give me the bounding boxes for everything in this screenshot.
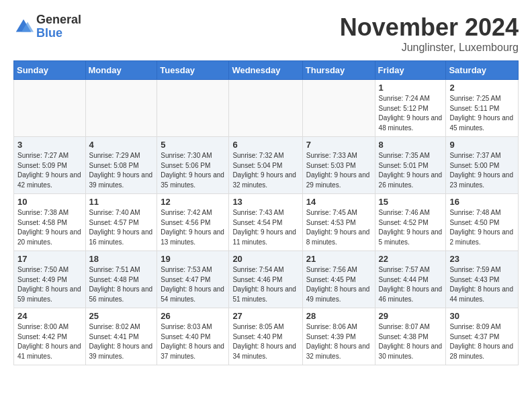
day-number: 9 [449, 140, 515, 150]
calendar-header-cell: Thursday [302, 61, 375, 80]
day-info: Sunrise: 7:43 AM Sunset: 4:54 PM Dayligh… [232, 208, 298, 247]
calendar-day-cell: 13Sunrise: 7:43 AM Sunset: 4:54 PM Dayli… [229, 194, 302, 251]
day-info: Sunrise: 8:09 AM Sunset: 4:37 PM Dayligh… [449, 322, 515, 361]
day-number: 2 [449, 83, 515, 93]
day-number: 5 [161, 140, 225, 150]
day-number: 11 [89, 197, 154, 207]
day-number: 3 [17, 140, 82, 150]
day-info: Sunrise: 7:32 AM Sunset: 5:04 PM Dayligh… [232, 151, 298, 190]
calendar-week-row: 1Sunrise: 7:24 AM Sunset: 5:12 PM Daylig… [14, 80, 519, 137]
calendar-day-cell: 5Sunrise: 7:30 AM Sunset: 5:06 PM Daylig… [157, 137, 229, 194]
calendar-day-cell [302, 80, 375, 137]
day-number: 19 [161, 254, 225, 264]
calendar-day-cell: 12Sunrise: 7:42 AM Sunset: 4:56 PM Dayli… [157, 194, 229, 251]
day-info: Sunrise: 7:38 AM Sunset: 4:58 PM Dayligh… [17, 208, 82, 247]
day-info: Sunrise: 7:51 AM Sunset: 4:48 PM Dayligh… [89, 265, 154, 304]
logo-blue: Blue [36, 27, 81, 40]
day-number: 10 [17, 197, 82, 207]
day-number: 23 [449, 254, 515, 264]
logo-general: General [36, 13, 81, 27]
calendar-header-cell: Monday [85, 61, 157, 80]
day-number: 27 [232, 311, 298, 321]
day-info: Sunrise: 7:42 AM Sunset: 4:56 PM Dayligh… [161, 208, 225, 247]
calendar-day-cell: 27Sunrise: 8:05 AM Sunset: 4:40 PM Dayli… [229, 308, 302, 365]
calendar-day-cell: 20Sunrise: 7:54 AM Sunset: 4:46 PM Dayli… [229, 251, 302, 308]
calendar-day-cell: 17Sunrise: 7:50 AM Sunset: 4:49 PM Dayli… [14, 251, 86, 308]
calendar-day-cell: 2Sunrise: 7:25 AM Sunset: 5:11 PM Daylig… [446, 80, 519, 137]
calendar-header-cell: Tuesday [157, 61, 229, 80]
day-info: Sunrise: 7:24 AM Sunset: 5:12 PM Dayligh… [379, 94, 443, 133]
day-info: Sunrise: 7:57 AM Sunset: 4:44 PM Dayligh… [379, 265, 443, 304]
day-number: 7 [306, 140, 371, 150]
calendar-day-cell: 6Sunrise: 7:32 AM Sunset: 5:04 PM Daylig… [229, 137, 302, 194]
calendar-day-cell: 22Sunrise: 7:57 AM Sunset: 4:44 PM Dayli… [375, 251, 446, 308]
calendar-day-cell: 21Sunrise: 7:56 AM Sunset: 4:45 PM Dayli… [302, 251, 375, 308]
day-number: 12 [161, 197, 225, 207]
calendar-day-cell: 8Sunrise: 7:35 AM Sunset: 5:01 PM Daylig… [375, 137, 446, 194]
header: General Blue November 2024 Junglinster, … [13, 13, 519, 54]
calendar-day-cell: 9Sunrise: 7:37 AM Sunset: 5:00 PM Daylig… [446, 137, 519, 194]
calendar-day-cell: 11Sunrise: 7:40 AM Sunset: 4:57 PM Dayli… [85, 194, 157, 251]
day-number: 25 [89, 311, 154, 321]
day-info: Sunrise: 7:50 AM Sunset: 4:49 PM Dayligh… [17, 265, 82, 304]
day-info: Sunrise: 7:25 AM Sunset: 5:11 PM Dayligh… [449, 94, 515, 133]
title-area: November 2024 Junglinster, Luxembourg [340, 13, 519, 54]
calendar-week-row: 17Sunrise: 7:50 AM Sunset: 4:49 PM Dayli… [14, 251, 519, 308]
calendar-header-row: SundayMondayTuesdayWednesdayThursdayFrid… [14, 61, 519, 80]
day-info: Sunrise: 7:56 AM Sunset: 4:45 PM Dayligh… [306, 265, 371, 304]
calendar-header-cell: Sunday [14, 61, 86, 80]
calendar-day-cell: 28Sunrise: 8:06 AM Sunset: 4:39 PM Dayli… [302, 308, 375, 365]
day-number: 17 [17, 254, 82, 264]
day-number: 21 [306, 254, 371, 264]
day-number: 30 [449, 311, 515, 321]
day-number: 13 [232, 197, 298, 207]
day-number: 22 [379, 254, 443, 264]
day-info: Sunrise: 7:54 AM Sunset: 4:46 PM Dayligh… [232, 265, 298, 304]
calendar-day-cell: 7Sunrise: 7:33 AM Sunset: 5:03 PM Daylig… [302, 137, 375, 194]
calendar-day-cell: 18Sunrise: 7:51 AM Sunset: 4:48 PM Dayli… [85, 251, 157, 308]
calendar-header-cell: Wednesday [229, 61, 302, 80]
day-number: 29 [379, 311, 443, 321]
day-info: Sunrise: 8:05 AM Sunset: 4:40 PM Dayligh… [232, 322, 298, 361]
day-info: Sunrise: 8:06 AM Sunset: 4:39 PM Dayligh… [306, 322, 371, 361]
calendar-day-cell: 10Sunrise: 7:38 AM Sunset: 4:58 PM Dayli… [14, 194, 86, 251]
day-info: Sunrise: 8:07 AM Sunset: 4:38 PM Dayligh… [379, 322, 443, 361]
day-info: Sunrise: 7:45 AM Sunset: 4:53 PM Dayligh… [306, 208, 371, 247]
calendar-header-cell: Friday [375, 61, 446, 80]
calendar-header-cell: Saturday [446, 61, 519, 80]
calendar-day-cell: 30Sunrise: 8:09 AM Sunset: 4:37 PM Dayli… [446, 308, 519, 365]
day-number: 1 [379, 83, 443, 93]
calendar-day-cell: 14Sunrise: 7:45 AM Sunset: 4:53 PM Dayli… [302, 194, 375, 251]
day-info: Sunrise: 7:37 AM Sunset: 5:00 PM Dayligh… [449, 151, 515, 190]
calendar-day-cell: 19Sunrise: 7:53 AM Sunset: 4:47 PM Dayli… [157, 251, 229, 308]
day-number: 20 [232, 254, 298, 264]
calendar-day-cell: 15Sunrise: 7:46 AM Sunset: 4:52 PM Dayli… [375, 194, 446, 251]
day-info: Sunrise: 7:30 AM Sunset: 5:06 PM Dayligh… [161, 151, 225, 190]
calendar-week-row: 3Sunrise: 7:27 AM Sunset: 5:09 PM Daylig… [14, 137, 519, 194]
day-info: Sunrise: 8:03 AM Sunset: 4:40 PM Dayligh… [161, 322, 225, 361]
day-info: Sunrise: 7:48 AM Sunset: 4:50 PM Dayligh… [449, 208, 515, 247]
day-info: Sunrise: 8:00 AM Sunset: 4:42 PM Dayligh… [17, 322, 82, 361]
calendar-body: 1Sunrise: 7:24 AM Sunset: 5:12 PM Daylig… [14, 80, 519, 365]
day-number: 16 [449, 197, 515, 207]
logo-text: General Blue [36, 13, 81, 40]
calendar-day-cell: 23Sunrise: 7:59 AM Sunset: 4:43 PM Dayli… [446, 251, 519, 308]
calendar-day-cell [157, 80, 229, 137]
calendar-day-cell: 24Sunrise: 8:00 AM Sunset: 4:42 PM Dayli… [14, 308, 86, 365]
day-info: Sunrise: 7:35 AM Sunset: 5:01 PM Dayligh… [379, 151, 443, 190]
day-number: 8 [379, 140, 443, 150]
day-info: Sunrise: 7:40 AM Sunset: 4:57 PM Dayligh… [89, 208, 154, 247]
calendar-day-cell: 1Sunrise: 7:24 AM Sunset: 5:12 PM Daylig… [375, 80, 446, 137]
calendar-day-cell: 29Sunrise: 8:07 AM Sunset: 4:38 PM Dayli… [375, 308, 446, 365]
calendar-week-row: 24Sunrise: 8:00 AM Sunset: 4:42 PM Dayli… [14, 308, 519, 365]
calendar-table: SundayMondayTuesdayWednesdayThursdayFrid… [13, 60, 519, 365]
month-title: November 2024 [340, 13, 519, 42]
calendar-week-row: 10Sunrise: 7:38 AM Sunset: 4:58 PM Dayli… [14, 194, 519, 251]
logo-icon [13, 17, 34, 37]
calendar-day-cell: 3Sunrise: 7:27 AM Sunset: 5:09 PM Daylig… [14, 137, 86, 194]
day-info: Sunrise: 7:27 AM Sunset: 5:09 PM Dayligh… [17, 151, 82, 190]
day-number: 18 [89, 254, 154, 264]
day-number: 14 [306, 197, 371, 207]
day-number: 26 [161, 311, 225, 321]
calendar-day-cell: 25Sunrise: 8:02 AM Sunset: 4:41 PM Dayli… [85, 308, 157, 365]
